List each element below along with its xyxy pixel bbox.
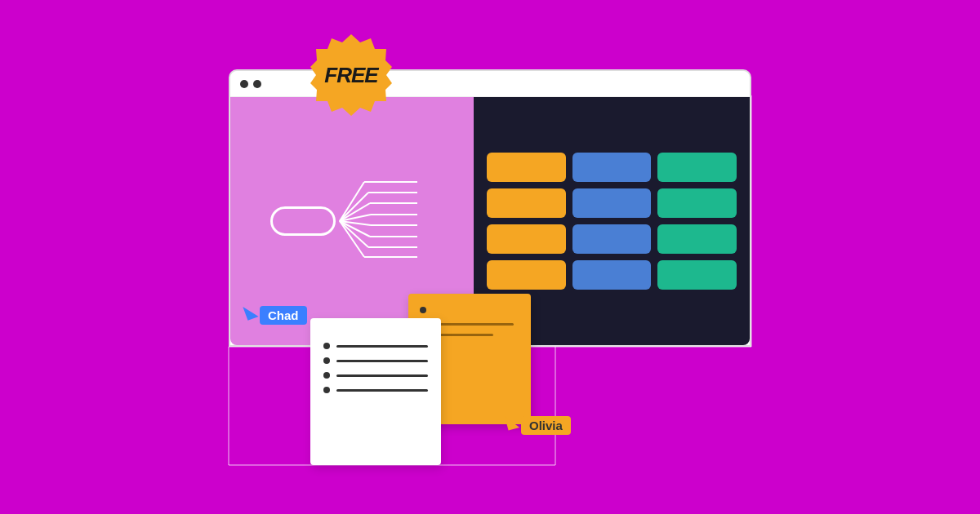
mindmap-visual (262, 156, 442, 286)
table-row-4 (487, 260, 737, 290)
list-item-1 (323, 343, 428, 349)
cell-orange-2 (487, 188, 566, 218)
cell-orange-4 (487, 260, 566, 290)
list-line-1 (336, 345, 428, 348)
cell-teal-4 (657, 260, 737, 290)
table-row-3 (487, 224, 737, 254)
table-row-1 (487, 153, 737, 182)
bullet-4 (323, 387, 330, 393)
cell-orange-3 (487, 224, 566, 254)
list-item-3 (323, 372, 428, 379)
list-line-3 (336, 374, 428, 377)
chad-cursor-label: Chad (260, 306, 307, 325)
chad-cursor: Chad (245, 306, 307, 325)
list-line-2 (336, 360, 428, 362)
browser-titlebar (230, 71, 750, 97)
bullet-3 (323, 372, 330, 379)
bullet-2 (323, 357, 330, 364)
list-line-4 (336, 389, 428, 392)
svg-line-5 (340, 182, 364, 221)
table-row-2 (487, 188, 737, 218)
olivia-cursor-arrow (505, 413, 519, 430)
cell-teal-1 (657, 153, 737, 182)
free-badge-text: FREE (324, 63, 377, 88)
cell-teal-2 (657, 188, 737, 218)
cell-blue-3 (572, 224, 652, 254)
chad-cursor-arrow (243, 303, 258, 321)
white-sticky-note (310, 318, 441, 465)
cell-blue-2 (572, 188, 652, 218)
olivia-cursor-label: Olivia (521, 416, 571, 435)
list-item-2 (323, 357, 428, 364)
olivia-cursor: Olivia (506, 416, 571, 435)
list-item-4 (323, 387, 428, 393)
cell-blue-4 (572, 260, 652, 290)
bullet-1 (323, 343, 330, 349)
sticky-top-dot (420, 307, 426, 313)
browser-dot-1 (240, 80, 248, 88)
cell-teal-3 (657, 224, 737, 254)
cell-blue-1 (572, 153, 652, 182)
mindmap-svg (262, 156, 425, 286)
cell-orange-1 (487, 153, 566, 182)
browser-dot-2 (253, 80, 261, 88)
